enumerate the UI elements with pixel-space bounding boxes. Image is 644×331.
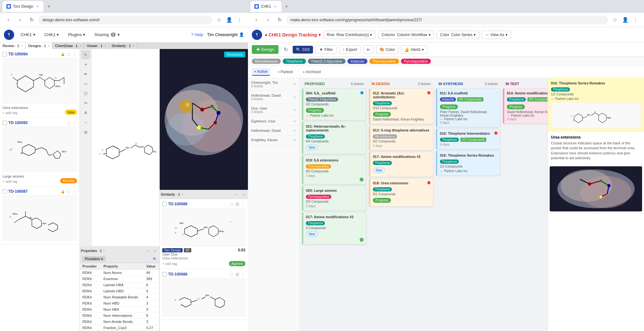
user-btn[interactable]: Tim Cheeseright 👤 [207,32,244,37]
card-014[interactable]: 014: Amine modifications Thiophene 8/5 C… [503,88,547,124]
edit-icon-1[interactable]: ✏ [293,83,296,86]
edit-icon-3[interactable]: ✏ [293,108,296,112]
card-016[interactable]: 016: Thiophene Series Remakes Thiophene … [436,151,500,176]
properties-tab-close[interactable]: × [103,249,105,252]
card-017a[interactable]: 017: Amine modifications #2 Thiophene 0 … [302,212,366,245]
new-tab-btn-left[interactable]: + [45,3,52,10]
review-tab-close[interactable]: × [21,44,23,47]
sim-copy-icon-2[interactable]: ⬚ [229,272,234,277]
detail-card-highlight[interactable]: 016: Thiophene Series Remakes Thiophene … [548,78,644,132]
compound-add-tag-1[interactable]: + add tag [3,111,17,115]
pill-miscellaneous[interactable]: Miscellaneous [252,59,281,64]
chain-tool[interactable]: 〜 [81,99,90,108]
sharing-menu[interactable]: Sharing 8 ▾ [92,31,122,38]
compound-item-1[interactable]: TD-100094 🔒 ⬚ ⋮ [0,49,80,118]
edit-icon-5[interactable]: ✏ [293,129,296,132]
column-btn[interactable]: Column Column Workflow ▾ [378,31,434,39]
arrow-tool[interactable]: → [81,118,90,127]
sss-btn[interactable]: 🔍 SSS [293,46,313,54]
bookmark-btn-right[interactable]: ☆ [611,15,620,24]
chk1-tab-close[interactable]: × [273,4,278,9]
card-013[interactable]: 013: 5-ring thiophene alternatives Misce… [369,125,433,151]
card-018[interactable]: 018: Urea extensions Thiophene 0/2 Compo… [369,178,433,207]
compound-status-2[interactable]: Review [60,178,77,183]
pill-thien[2,3-b]pyridine[interactable]: Thien[2,3-b]pyridine [308,59,346,64]
similarity-tab-header[interactable]: Similarity · 1 × [109,43,137,49]
compound-status-1[interactable]: Idea [65,110,77,115]
sim-copy-icon[interactable]: ⬚ [229,201,234,207]
viewer-tab-close[interactable]: × [104,44,106,47]
compound-item-3[interactable]: TD-100087 🔒 ⬚ ⋮ O NH₂ [0,186,80,245]
chk1-menu-2[interactable]: CHK1 ▾ [42,31,62,38]
color-dropdown-btn[interactable]: Color Color Series ▾ [437,31,479,39]
pill-thienopyridine[interactable]: Thienopyridine [369,59,399,64]
similarity-tab-close[interactable]: × [133,44,134,47]
view-as-btn[interactable]: ↔ View As ▾ [482,31,511,39]
chk1-menu-1[interactable]: CHK1 ▾ [18,31,38,38]
reload-btn-left[interactable]: ↻ [27,15,36,24]
chk1-tab[interactable]: CHK1 × [251,1,281,12]
torx-logo-left[interactable]: T [4,30,14,40]
lasso-tool[interactable]: ⌖ [81,60,90,69]
sim-checkbox-1[interactable] [162,202,167,206]
chemdraw-tab-close[interactable]: × [80,44,81,47]
sim-maximize[interactable]: □ [241,191,247,198]
compound-add-tag-2[interactable]: + add tag [3,180,17,183]
sim-window-icon-2[interactable]: ⬜ [234,272,240,277]
providers-btn[interactable]: Providers ≡ [82,256,106,261]
filter-btn[interactable]: ▼ Filter [316,45,336,54]
sim-minimize[interactable]: ─ [233,191,240,198]
compound-checkbox-3[interactable] [3,189,7,194]
edit-icon-6[interactable]: ✏ [293,138,296,142]
alerts-btn[interactable]: 🔔 Alerts ▾ [401,45,427,54]
copy-icon-3[interactable]: ⬚ [66,189,71,194]
torx-design-tab[interactable]: Torx Design × [3,1,43,12]
sim-add-tag-1[interactable]: + add tag [162,262,177,266]
tab-parked[interactable]: ▪ Parked [275,68,295,75]
bond-tool[interactable]: — [81,79,90,88]
viewer-tab[interactable]: Viewer · 1 × [84,43,109,49]
pill-pyrrolopyridine[interactable]: Pyrrolopyridine [401,59,431,64]
card-011[interactable]: 011: 6,5-scaffold Indazole 8/5 Compounds… [436,88,500,127]
card-017b[interactable]: 017: Amine modifications #2 Thiophene Ne… [369,152,433,177]
similarity-item-2[interactable]: TD-100088 ⬚ ⬜ ⋮ F [160,269,248,320]
sim-window-icon[interactable]: ⬜ [234,201,240,207]
tab-active[interactable]: ▪ Active [252,68,270,76]
bookmark-btn[interactable]: ☆ [214,15,223,24]
torx-logo-right[interactable]: T [252,30,262,40]
profile-btn[interactable]: 👤 [225,15,234,24]
copy-icon-2[interactable]: ⬚ [66,120,71,125]
more-icon-3[interactable]: ⋮ [72,189,77,194]
forward-btn-right[interactable]: › [263,15,272,24]
card-015[interactable]: 015: Thiophene Intermediates Thiophene 2… [436,129,500,149]
compound-item-2[interactable]: TD-100093 ⬚ ⋮ O NH₂ [0,118,80,186]
tab-close-left[interactable]: × [35,4,40,9]
card-021[interactable]: 021: Heteroaromatic Ar-replacements Thio… [302,122,366,154]
export-btn[interactable]: ↑ Export [339,45,361,54]
row-btn[interactable]: Row Row Contributor(s) ▾ [323,31,376,39]
template-tool[interactable]: ◎ [81,128,90,137]
card-020[interactable]: 020: Large amines Pyrrolopyridine 0/2 Co… [302,186,366,211]
sim-more-icon[interactable]: ⋮ [240,201,245,207]
tab-archived[interactable]: ▪ Archived [300,68,323,75]
plugins-menu[interactable]: Plugins ▾ [65,31,88,38]
back-btn-left[interactable]: ‹ [4,15,13,24]
sim-checkbox-2[interactable] [162,272,167,277]
sim-more-icon-2[interactable]: ⋮ [240,272,245,277]
designs-tab[interactable]: Designs · 1 × [26,43,52,49]
edit-icon-2[interactable]: ✏ [293,95,296,99]
edit-icon-4[interactable]: ✏ [293,120,296,123]
menu-btn-left[interactable]: ⋮ [235,15,244,24]
chemdraw-tab[interactable]: ChemDraw · 1 × [52,43,84,49]
more-icon-1[interactable]: ⋮ [72,52,77,57]
props-maximize[interactable]: □ [152,248,158,254]
compound-checkbox-1[interactable] [3,52,7,56]
eye-icon[interactable]: 👁 [153,257,156,261]
design-btn[interactable]: ✚ Design [252,45,279,54]
new-tab-btn-right[interactable]: + [283,3,290,10]
address-bar-right[interactable]: make.demo.torx-software.com/ng/progressc… [287,15,608,24]
props-minimize[interactable]: ─ [145,248,151,254]
back-btn-right[interactable]: ‹ [252,15,261,24]
compound-checkbox-2[interactable] [3,121,7,125]
similarity-close[interactable]: × [181,193,183,196]
